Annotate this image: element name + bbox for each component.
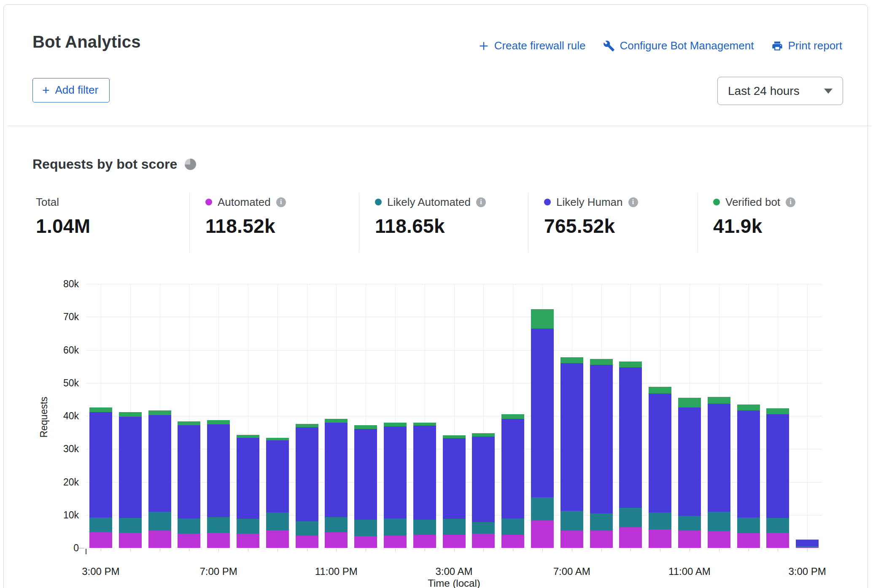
bar-segment-automated[interactable] bbox=[384, 536, 407, 548]
bar-segment-likely-automated[interactable] bbox=[178, 518, 200, 534]
bar-segment-likely-automated[interactable] bbox=[296, 521, 318, 536]
bar-segment-verified-bot[interactable] bbox=[678, 398, 701, 407]
bar-segment-likely-human[interactable] bbox=[178, 425, 200, 518]
bar-segment-verified-bot[interactable] bbox=[737, 405, 760, 410]
bar-segment-verified-bot[interactable] bbox=[619, 361, 642, 367]
bar-segment-likely-automated[interactable] bbox=[472, 522, 495, 534]
bar-segment-automated[interactable] bbox=[237, 534, 259, 548]
bar-segment-automated[interactable] bbox=[590, 531, 613, 548]
bar-segment-likely-automated[interactable] bbox=[619, 508, 642, 527]
bar-segment-likely-automated[interactable] bbox=[678, 516, 701, 530]
bar-segment-likely-human[interactable] bbox=[590, 365, 613, 513]
bar-segment-automated[interactable] bbox=[354, 536, 377, 548]
bar-segment-verified-bot[interactable] bbox=[413, 423, 436, 426]
bar-segment-likely-human[interactable] bbox=[443, 438, 466, 519]
bar-segment-verified-bot[interactable] bbox=[560, 357, 583, 363]
bar-segment-likely-automated[interactable] bbox=[560, 511, 583, 530]
bar-segment-verified-bot[interactable] bbox=[472, 433, 495, 437]
bar-segment-automated[interactable] bbox=[325, 532, 348, 548]
bar-segment-likely-human[interactable] bbox=[89, 412, 112, 518]
bar-segment-verified-bot[interactable] bbox=[237, 435, 259, 438]
bar-segment-automated[interactable] bbox=[708, 531, 730, 548]
bar-segment-automated[interactable] bbox=[796, 547, 819, 548]
bar-segment-likely-automated[interactable] bbox=[796, 546, 819, 547]
bar-segment-likely-human[interactable] bbox=[148, 415, 171, 511]
bar-segment-likely-automated[interactable] bbox=[384, 518, 407, 536]
bar-segment-likely-automated[interactable] bbox=[413, 520, 436, 535]
bar-segment-likely-automated[interactable] bbox=[737, 518, 760, 533]
bar-segment-likely-automated[interactable] bbox=[501, 518, 524, 535]
bar-segment-likely-human[interactable] bbox=[237, 438, 259, 519]
bar-segment-verified-bot[interactable] bbox=[89, 407, 112, 412]
bar-segment-likely-automated[interactable] bbox=[649, 512, 671, 529]
bar-segment-automated[interactable] bbox=[178, 534, 200, 548]
bar-segment-likely-human[interactable] bbox=[766, 414, 789, 518]
bar-segment-likely-human[interactable] bbox=[207, 424, 230, 518]
bar-segment-likely-human[interactable] bbox=[649, 394, 671, 512]
bar-segment-automated[interactable] bbox=[119, 533, 142, 548]
bar-segment-likely-automated[interactable] bbox=[89, 518, 112, 532]
bar-segment-likely-human[interactable] bbox=[678, 407, 701, 516]
bar-segment-likely-automated[interactable] bbox=[708, 512, 730, 531]
bar-segment-likely-automated[interactable] bbox=[531, 497, 554, 521]
bar-segment-verified-bot[interactable] bbox=[708, 397, 730, 404]
bar-segment-likely-human[interactable] bbox=[472, 437, 495, 522]
bar-segment-likely-human[interactable] bbox=[296, 427, 318, 522]
bar-segment-automated[interactable] bbox=[266, 530, 289, 548]
bar-segment-likely-automated[interactable] bbox=[119, 518, 142, 533]
bar-segment-likely-automated[interactable] bbox=[325, 517, 348, 532]
bar-segment-automated[interactable] bbox=[472, 534, 495, 548]
bar-segment-automated[interactable] bbox=[501, 535, 524, 548]
bar-segment-likely-human[interactable] bbox=[413, 426, 436, 519]
bar-segment-verified-bot[interactable] bbox=[531, 309, 554, 328]
bar-segment-automated[interactable] bbox=[443, 535, 466, 548]
bar-segment-automated[interactable] bbox=[766, 533, 789, 548]
bar-segment-likely-human[interactable] bbox=[560, 363, 583, 511]
bar-segment-verified-bot[interactable] bbox=[590, 359, 613, 365]
bar-segment-automated[interactable] bbox=[296, 536, 318, 548]
bar-segment-verified-bot[interactable] bbox=[296, 424, 318, 427]
bar-segment-likely-automated[interactable] bbox=[766, 518, 789, 533]
bar-segment-verified-bot[interactable] bbox=[384, 423, 407, 426]
bar-segment-verified-bot[interactable] bbox=[354, 425, 377, 429]
bar-segment-automated[interactable] bbox=[207, 533, 230, 548]
bar-segment-automated[interactable] bbox=[89, 532, 112, 548]
bar-segment-verified-bot[interactable] bbox=[266, 438, 289, 440]
bar-segment-automated[interactable] bbox=[531, 521, 554, 548]
bar-segment-verified-bot[interactable] bbox=[443, 435, 466, 438]
bar-segment-automated[interactable] bbox=[737, 533, 760, 548]
bar-segment-verified-bot[interactable] bbox=[501, 414, 524, 419]
bar-segment-likely-automated[interactable] bbox=[237, 519, 259, 533]
bar-segment-verified-bot[interactable] bbox=[796, 539, 819, 540]
bar-segment-verified-bot[interactable] bbox=[148, 410, 171, 415]
bar-segment-likely-human[interactable] bbox=[796, 540, 819, 546]
bar-segment-likely-automated[interactable] bbox=[266, 512, 289, 530]
bar-segment-automated[interactable] bbox=[678, 531, 701, 548]
bar-segment-likely-human[interactable] bbox=[354, 429, 377, 519]
bar-segment-likely-human[interactable] bbox=[384, 426, 407, 518]
bar-segment-automated[interactable] bbox=[560, 531, 583, 548]
bar-segment-likely-human[interactable] bbox=[501, 419, 524, 518]
bar-segment-likely-automated[interactable] bbox=[590, 513, 613, 531]
bar-segment-automated[interactable] bbox=[649, 529, 671, 548]
bar-segment-likely-automated[interactable] bbox=[354, 520, 377, 536]
bar-segment-automated[interactable] bbox=[619, 527, 642, 548]
bar-segment-verified-bot[interactable] bbox=[207, 420, 230, 424]
bar-segment-likely-human[interactable] bbox=[531, 329, 554, 498]
bar-segment-likely-human[interactable] bbox=[708, 404, 730, 512]
bar-segment-verified-bot[interactable] bbox=[178, 421, 200, 425]
bar-segment-verified-bot[interactable] bbox=[649, 387, 671, 394]
bar-segment-likely-automated[interactable] bbox=[443, 519, 466, 535]
bar-segment-likely-automated[interactable] bbox=[148, 512, 171, 531]
bar-segment-likely-human[interactable] bbox=[119, 417, 142, 518]
bar-segment-automated[interactable] bbox=[413, 535, 436, 548]
bar-segment-likely-human[interactable] bbox=[266, 440, 289, 512]
bar-segment-likely-human[interactable] bbox=[619, 367, 642, 508]
bar-segment-likely-human[interactable] bbox=[737, 410, 760, 518]
bar-segment-verified-bot[interactable] bbox=[766, 408, 789, 414]
bar-segment-likely-automated[interactable] bbox=[207, 517, 230, 533]
bar-segment-automated[interactable] bbox=[148, 531, 171, 548]
bar-segment-verified-bot[interactable] bbox=[119, 412, 142, 417]
bar-segment-verified-bot[interactable] bbox=[325, 419, 348, 423]
bar-segment-likely-human[interactable] bbox=[325, 423, 348, 518]
